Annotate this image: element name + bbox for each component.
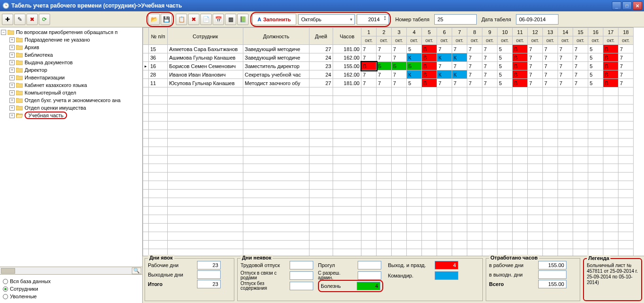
day-cell[interactable]: 7	[361, 70, 377, 79]
day-cell[interactable]: 7	[558, 53, 573, 62]
day-cell[interactable]: 7	[618, 53, 634, 62]
day-cell[interactable]: 7	[558, 45, 573, 53]
cell-num[interactable]: 11	[149, 79, 168, 87]
day-cell[interactable]: 7	[482, 45, 498, 53]
cell-pos[interactable]: Заведующий методиче	[243, 53, 309, 62]
year-stepper[interactable]: 2014	[357, 14, 389, 25]
day-cell[interactable]: 7	[392, 45, 407, 53]
collapse-icon[interactable]: −	[1, 30, 6, 35]
day-cell[interactable]: 7	[361, 53, 377, 62]
day-cell[interactable]: 5	[498, 53, 513, 62]
cell-days[interactable]: 24	[309, 53, 333, 62]
day-cell[interactable]: 7	[528, 53, 543, 62]
day-cell[interactable]: Б	[377, 62, 392, 70]
day-cell[interactable]: В	[422, 70, 437, 79]
edit-button[interactable]: ✎	[14, 14, 26, 25]
day-cell[interactable]: 5	[498, 45, 513, 53]
day-cell[interactable]: К	[407, 53, 422, 62]
col-header[interactable]: Сотрудник	[168, 28, 243, 45]
day-header[interactable]: 11	[513, 28, 528, 36]
day-cell[interactable]: 5	[588, 62, 603, 70]
doc-button[interactable]: 📄	[200, 14, 212, 25]
day-cell[interactable]: 5	[407, 45, 422, 53]
day-cell[interactable]: 7	[543, 79, 558, 87]
table-row[interactable]: ▸16Борисов Семен СеменовичЗаместитель ди…	[143, 62, 634, 70]
day-cell[interactable]: 5	[498, 79, 513, 87]
copy-button[interactable]: 📋	[176, 14, 187, 25]
day-cell[interactable]: 7	[573, 53, 588, 62]
tab-date-field[interactable]: 06-09-2014	[516, 14, 558, 25]
day-cell[interactable]: 7	[618, 70, 634, 79]
day-cell[interactable]: 7	[543, 62, 558, 70]
tree[interactable]: − По вопросам приобретения обращаться п …	[0, 27, 142, 267]
cell-emp[interactable]: Борисов Семен Семенович	[168, 62, 243, 70]
day-cell[interactable]: 7	[543, 70, 558, 79]
day-cell[interactable]: 5	[498, 62, 513, 70]
cell-emp[interactable]: Ахметова Сара Бахытжанов	[168, 45, 243, 53]
tree-root[interactable]: − По вопросам приобретения обращаться п	[1, 28, 141, 36]
expand-icon[interactable]: +	[9, 75, 15, 80]
day-cell[interactable]: В	[513, 79, 528, 87]
day-cell[interactable]: 7	[392, 53, 407, 62]
day-cell[interactable]: 7	[543, 45, 558, 53]
expand-icon[interactable]: +	[9, 90, 15, 95]
day-cell[interactable]: 7	[377, 70, 392, 79]
refresh-button[interactable]: ⟳	[39, 14, 50, 25]
fill-button[interactable]: A Заполнить	[252, 14, 296, 25]
minimize-button[interactable]: _	[612, 1, 621, 10]
tree-item[interactable]: +Архив	[1, 43, 141, 51]
day-cell[interactable]: 7	[573, 62, 588, 70]
cell-num[interactable]: 28	[149, 70, 168, 79]
cell-pos[interactable]: Заведующий методиче	[243, 45, 309, 53]
col-header[interactable]: № п/п	[149, 28, 168, 45]
day-cell[interactable]: 7	[558, 62, 573, 70]
day-cell[interactable]: В	[361, 62, 377, 70]
day-cell[interactable]: 7	[528, 79, 543, 87]
radio-fired[interactable]: Уволенные	[3, 293, 139, 300]
day-cell[interactable]: 7	[618, 45, 634, 53]
day-cell[interactable]: В	[422, 79, 437, 87]
expand-icon[interactable]: +	[9, 60, 15, 65]
cell-days[interactable]: 27	[309, 45, 333, 53]
expand-icon[interactable]: +	[9, 68, 15, 73]
cell-num[interactable]: 15	[149, 45, 168, 53]
day-cell[interactable]: В	[422, 45, 437, 53]
day-cell[interactable]: 7	[528, 45, 543, 53]
day-cell[interactable]: В	[603, 53, 618, 62]
timesheet-grid-wrap[interactable]: № п/пСотрудникДолжностьДнейЧасов12345678…	[143, 27, 644, 256]
cell-emp[interactable]: Юсупова Гульнар Канашев	[168, 79, 243, 87]
day-header[interactable]: 18	[618, 28, 634, 36]
table-row[interactable]: 15Ахметова Сара БахытжановЗаведующий мет…	[143, 45, 634, 53]
expand-icon[interactable]: +	[9, 83, 15, 88]
day-cell[interactable]: 7	[573, 79, 588, 87]
day-header[interactable]: 9	[482, 28, 498, 36]
day-header[interactable]: 14	[558, 28, 573, 36]
day-cell[interactable]: 7	[618, 62, 634, 70]
day-header[interactable]: 13	[543, 28, 558, 36]
expand-icon[interactable]: +	[9, 37, 15, 43]
day-cell[interactable]: 7	[437, 79, 452, 87]
cell-num[interactable]: 16	[149, 62, 168, 70]
day-cell[interactable]: 7	[392, 79, 407, 87]
day-cell[interactable]: 5	[498, 70, 513, 79]
day-cell[interactable]: 7	[558, 79, 573, 87]
day-cell[interactable]: 7	[467, 70, 482, 79]
cell-hours[interactable]: 155.00	[333, 62, 361, 70]
day-header[interactable]: 16	[588, 28, 603, 36]
tab-number-field[interactable]: 25	[434, 14, 477, 25]
day-header[interactable]: 3	[392, 28, 407, 36]
tree-item[interactable]: +Выдача документов	[1, 59, 141, 66]
radio-all[interactable]: Вся база данных	[3, 277, 139, 285]
day-header[interactable]: 2	[377, 28, 392, 36]
day-cell[interactable]: 7	[528, 70, 543, 79]
day-header[interactable]: 1	[361, 28, 377, 36]
col-header[interactable]: Дней	[309, 28, 333, 45]
day-cell[interactable]: 7	[558, 70, 573, 79]
tree-item[interactable]: +Отдел бухг. учета и экономического ана	[1, 96, 141, 104]
tree-item[interactable]: +Библиотека	[1, 51, 141, 59]
day-cell[interactable]: 5	[588, 79, 603, 87]
day-cell[interactable]: 7	[452, 79, 467, 87]
tree-item[interactable]: +Учебная часть	[1, 112, 141, 119]
tree-item[interactable]: +Инвентаризации	[1, 74, 141, 81]
maximize-button[interactable]: □	[622, 1, 632, 10]
